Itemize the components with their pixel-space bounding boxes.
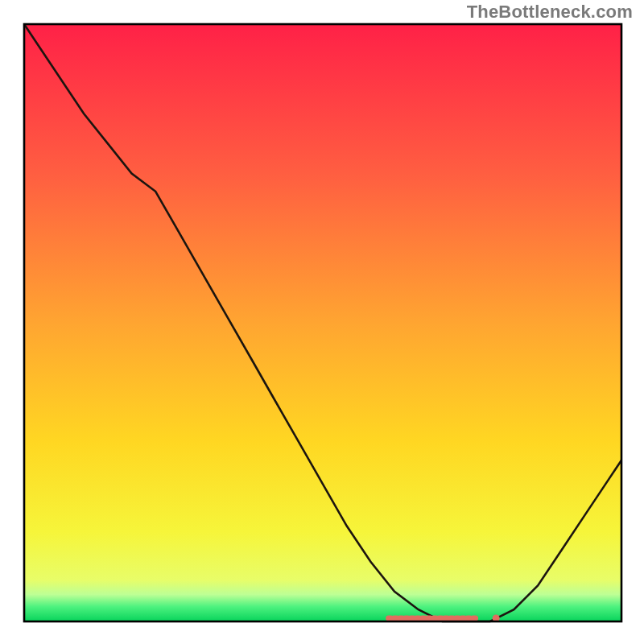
chart-gradient-area (24, 24, 621, 621)
bottleneck-chart (0, 0, 644, 644)
watermark-text: TheBottleneck.com (467, 2, 633, 23)
